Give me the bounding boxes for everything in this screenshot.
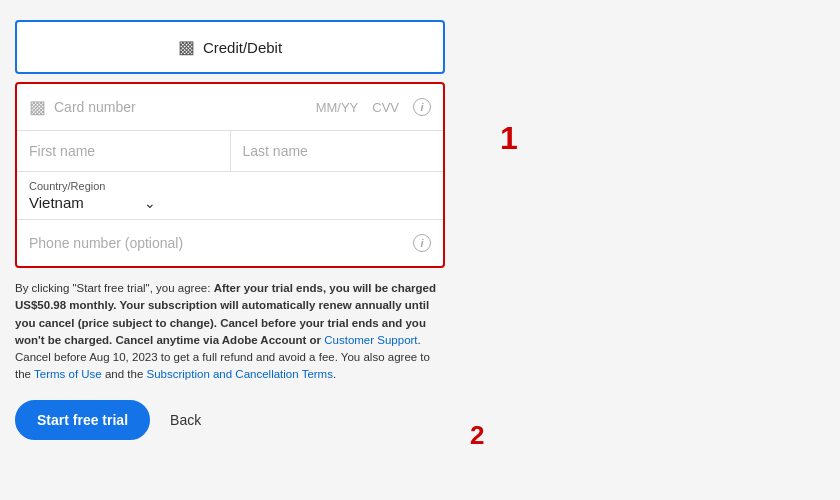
- bottom-row: Start free trial Back: [15, 392, 445, 440]
- country-select-wrapper: Country/Region Vietnam United States Uni…: [29, 180, 156, 211]
- subscription-terms-link[interactable]: Subscription and Cancellation Terms: [147, 368, 333, 380]
- cvv-info-icon[interactable]: i: [413, 98, 431, 116]
- credit-card-icon: ▩: [178, 36, 195, 58]
- credit-debit-button[interactable]: ▩ Credit/Debit: [15, 20, 445, 74]
- country-select-row: Vietnam United States United Kingdom ⌄: [29, 194, 156, 211]
- annotation-1: 1: [500, 120, 518, 157]
- name-row: [17, 131, 443, 172]
- card-icon-small: ▩: [29, 96, 46, 118]
- mm-yy-label: MM/YY: [316, 100, 359, 115]
- country-row: Country/Region Vietnam United States Uni…: [17, 172, 443, 220]
- form-section: ▩ Credit/Debit ▩ Card number MM/YY CVV i: [0, 10, 460, 490]
- country-label: Country/Region: [29, 180, 156, 192]
- annotation-2: 2: [470, 420, 484, 451]
- customer-support-link[interactable]: Customer Support: [324, 334, 417, 346]
- main-container: ▩ Credit/Debit ▩ Card number MM/YY CVV i: [0, 0, 840, 500]
- terms-of-use-link[interactable]: Terms of Use: [34, 368, 102, 380]
- phone-row: i: [17, 220, 443, 266]
- start-trial-button[interactable]: Start free trial: [15, 400, 150, 440]
- first-name-input[interactable]: [17, 131, 230, 171]
- legal-prefix: By clicking "Start free trial", you agre…: [15, 282, 214, 294]
- legal-period: .: [333, 368, 336, 380]
- legal-and: and the: [102, 368, 147, 380]
- phone-info-icon[interactable]: i: [413, 234, 431, 252]
- back-button[interactable]: Back: [170, 412, 201, 428]
- legal-text: By clicking "Start free trial", you agre…: [15, 276, 445, 384]
- card-row-right: MM/YY CVV i: [316, 98, 431, 116]
- cvv-label: CVV: [372, 100, 399, 115]
- phone-input[interactable]: [29, 235, 413, 251]
- card-number-placeholder: Card number: [54, 99, 308, 115]
- credit-debit-label: Credit/Debit: [203, 39, 282, 56]
- right-section: 1 2: [460, 10, 840, 490]
- card-form-container: ▩ Card number MM/YY CVV i Country/Region: [15, 82, 445, 268]
- country-select[interactable]: Vietnam United States United Kingdom: [29, 194, 136, 211]
- chevron-down-icon: ⌄: [144, 195, 156, 211]
- card-number-row: ▩ Card number MM/YY CVV i: [17, 84, 443, 131]
- last-name-input[interactable]: [231, 131, 444, 171]
